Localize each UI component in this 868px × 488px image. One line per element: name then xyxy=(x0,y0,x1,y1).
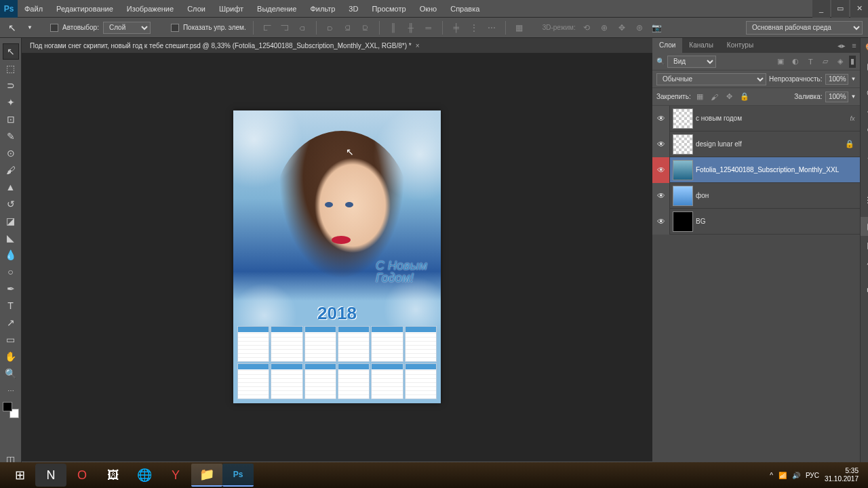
filter-adjust-icon[interactable]: ◐ xyxy=(789,56,802,68)
lock-trans-icon[interactable]: ▦ xyxy=(694,91,706,103)
3d-icon-1[interactable]: ⟲ xyxy=(580,21,593,35)
layer-row[interactable]: 👁 фон xyxy=(652,183,860,209)
lock-move-icon[interactable]: ✥ xyxy=(724,91,736,103)
tray-up-icon[interactable]: ^ xyxy=(770,472,773,479)
menu-help[interactable]: Справка xyxy=(443,0,486,18)
fill-input[interactable] xyxy=(825,92,848,102)
layer-name[interactable]: BG xyxy=(696,218,860,225)
menu-view[interactable]: Просмотр xyxy=(365,0,412,18)
marquee-tool[interactable]: ⬚ xyxy=(3,60,19,77)
palette-Образцы[interactable]: ▦Образцы xyxy=(861,57,868,76)
taskbar-photoshop[interactable]: Ps xyxy=(222,464,254,487)
palette-Свойства[interactable]: ☰Свойства xyxy=(861,191,868,210)
workspace-select[interactable]: Основная рабочая среда xyxy=(746,21,863,35)
lock-icon[interactable]: 🔒 xyxy=(845,140,854,148)
crop-tool[interactable]: ⊡ xyxy=(3,111,19,127)
zoom-tool[interactable]: 🔍 xyxy=(3,365,19,382)
layer-name[interactable]: с новым годом xyxy=(696,115,850,122)
visibility-icon[interactable]: 👁 xyxy=(652,106,670,131)
distribute-3-icon[interactable]: ═ xyxy=(422,21,435,35)
3d-icon-3[interactable]: ✥ xyxy=(615,21,629,35)
taskbar-opera[interactable]: O xyxy=(66,464,98,487)
color-swatches[interactable] xyxy=(3,402,19,418)
taskbar-explorer[interactable]: 📁 xyxy=(191,464,222,487)
blur-tool[interactable]: 💧 xyxy=(3,247,19,263)
filter-image-icon[interactable]: ▣ xyxy=(774,56,787,68)
palette-Абзац[interactable]: ¶Абзац xyxy=(861,165,868,184)
shape-tool[interactable]: ▭ xyxy=(3,331,19,348)
taskbar-chrome[interactable]: 🌐 xyxy=(129,464,160,487)
opacity-input[interactable] xyxy=(825,74,848,85)
distribute-2-icon[interactable]: ╫ xyxy=(404,21,418,35)
tray-sound-icon[interactable]: 🔊 xyxy=(792,472,800,479)
collapse-icon[interactable]: ◂▸ xyxy=(835,39,848,52)
align-center-h-icon[interactable]: ⫎ xyxy=(278,21,292,35)
palette-Каналы[interactable]: ▥Каналы xyxy=(861,236,868,255)
menu-3d[interactable]: 3D xyxy=(342,0,365,18)
autoselect-checkbox[interactable] xyxy=(50,24,58,32)
document-tab[interactable]: Под ногами снег скрипит, новый год к теб… xyxy=(22,38,652,53)
pen-tool[interactable]: ✒ xyxy=(3,281,19,297)
dropdown-icon[interactable]: ▼ xyxy=(851,76,856,82)
layer-name[interactable]: Fotolia_125400188_Subscription_Monthly_X… xyxy=(696,166,860,174)
menu-type[interactable]: Шрифт xyxy=(212,0,250,18)
move-tool[interactable]: ↖ xyxy=(3,43,19,60)
layer-row[interactable]: 👁 design lunar elf 🔒 xyxy=(652,131,860,157)
wand-tool[interactable]: ✦ xyxy=(3,94,19,110)
visibility-icon[interactable]: 👁 xyxy=(652,157,670,183)
taskbar-yandex[interactable]: Y xyxy=(160,464,191,487)
more-tool[interactable]: ⋯ xyxy=(3,382,19,399)
palette-История[interactable]: ↺История xyxy=(861,121,868,140)
dodge-tool[interactable]: ○ xyxy=(3,264,19,280)
gradient-tool[interactable]: ◣ xyxy=(3,230,19,246)
distribute-4-icon[interactable]: ╪ xyxy=(450,21,463,35)
start-button[interactable]: ⊞ xyxy=(4,464,35,487)
align-center-v-icon[interactable]: ⫑ xyxy=(341,21,355,35)
menu-image[interactable]: Изображение xyxy=(120,0,180,18)
palette-Символ[interactable]: AСимвол xyxy=(861,146,868,165)
filter-smart-icon[interactable]: ◈ xyxy=(834,56,846,68)
tray-clock[interactable]: 5:35 31.10.2017 xyxy=(825,467,859,483)
layer-name[interactable]: фон xyxy=(696,192,860,199)
align-left-icon[interactable]: ⫍ xyxy=(260,21,274,35)
menu-file[interactable]: Файл xyxy=(18,0,50,18)
palette-Коррекция[interactable]: ◑Коррекция xyxy=(861,83,868,102)
channels-tab[interactable]: Каналы xyxy=(682,38,720,53)
autoselect-select[interactable]: Слой xyxy=(103,22,151,34)
distribute-5-icon[interactable]: ⋮ xyxy=(467,21,481,35)
show-controls-checkbox[interactable] xyxy=(171,24,179,32)
panel-menu-icon[interactable]: ≡ xyxy=(848,39,860,52)
3d-icon-5[interactable]: 📷 xyxy=(650,21,664,35)
layer-row[interactable]: 👁 Fotolia_125400188_Subscription_Monthly… xyxy=(652,157,860,183)
tray-lang[interactable]: РУС xyxy=(806,472,819,479)
brush-tool[interactable]: 🖌 xyxy=(3,162,19,178)
palette-Слои[interactable]: ▤Слои xyxy=(861,217,868,236)
lock-all-icon[interactable]: 🔒 xyxy=(738,91,751,103)
menu-layers[interactable]: Слои xyxy=(180,0,212,18)
heal-tool[interactable]: ⊙ xyxy=(3,145,19,161)
menu-select[interactable]: Выделение xyxy=(250,0,303,18)
lasso-tool[interactable]: ⊃ xyxy=(3,77,19,94)
layer-row[interactable]: 👁 с новым годом fx xyxy=(652,106,860,131)
hand-tool[interactable]: ✋ xyxy=(3,348,19,365)
stamp-tool[interactable]: ▲ xyxy=(3,179,19,195)
menu-window[interactable]: Окно xyxy=(413,0,444,18)
paths-tab[interactable]: Контуры xyxy=(720,38,760,53)
blend-mode-select[interactable]: Обычные xyxy=(656,73,766,85)
align-bottom-icon[interactable]: ⫒ xyxy=(359,21,372,35)
close-button[interactable]: ✕ xyxy=(850,0,868,18)
filter-text-icon[interactable]: T xyxy=(804,56,816,68)
dropdown-icon[interactable]: ▼ xyxy=(851,94,856,100)
text-tool[interactable]: T xyxy=(3,298,19,314)
tray-network-icon[interactable]: 📶 xyxy=(778,472,787,479)
align-top-icon[interactable]: ⫐ xyxy=(323,21,337,35)
palette-Цвет[interactable]: 🎨Цвет xyxy=(861,38,868,57)
canvas[interactable]: С НовымГодом! 2018 xyxy=(233,110,441,403)
taskbar-app[interactable]: N xyxy=(35,464,66,487)
path-tool[interactable]: ↗ xyxy=(3,314,19,331)
3d-icon-2[interactable]: ⊕ xyxy=(597,21,611,35)
minimize-button[interactable]: _ xyxy=(812,0,830,18)
auto-align-icon[interactable]: ▦ xyxy=(513,21,526,35)
eraser-tool[interactable]: ◪ xyxy=(3,213,19,229)
distribute-1-icon[interactable]: ║ xyxy=(387,21,400,35)
